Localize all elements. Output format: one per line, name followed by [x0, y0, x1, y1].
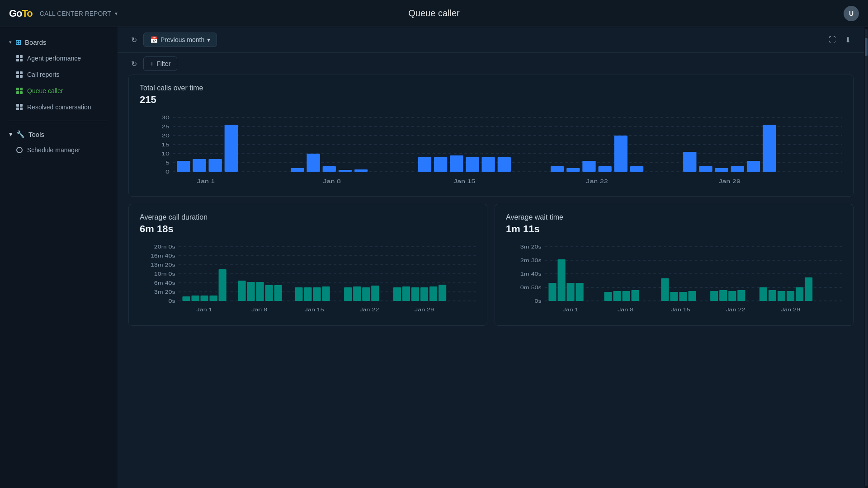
svg-text:Jan 29: Jan 29 — [781, 307, 800, 312]
boards-label: Boards — [25, 38, 47, 46]
expand-button[interactable]: ⛶ — [826, 33, 839, 47]
total-calls-chart-card: Total calls over time 215 30 25 — [128, 75, 854, 197]
sidebar-label-agent-performance: Agent performance — [27, 55, 81, 62]
svg-rect-67 — [256, 282, 264, 301]
refresh-button[interactable]: ↻ — [128, 33, 140, 47]
avg-call-duration-title: Average call duration — [140, 213, 476, 221]
svg-text:1m 40s: 1m 40s — [520, 272, 542, 277]
total-calls-chart: 30 25 20 15 10 5 0 — [140, 113, 842, 187]
circle-icon — [16, 147, 23, 153]
sidebar-item-queue-caller[interactable]: Queue caller — [0, 83, 118, 99]
svg-rect-61 — [191, 296, 199, 301]
svg-rect-20 — [323, 166, 336, 172]
svg-rect-30 — [566, 168, 580, 172]
avatar[interactable]: U — [844, 6, 859, 21]
svg-rect-101 — [566, 283, 574, 301]
svg-rect-103 — [604, 292, 612, 301]
svg-rect-119 — [796, 287, 803, 301]
svg-rect-37 — [715, 168, 728, 172]
svg-text:Jan 29: Jan 29 — [719, 178, 741, 184]
svg-text:Jan 15: Jan 15 — [305, 307, 324, 312]
toolbar-row2: ↻ + Filter — [118, 53, 864, 75]
svg-rect-115 — [760, 287, 767, 301]
svg-rect-106 — [632, 290, 639, 301]
date-chevron-icon: ▾ — [207, 36, 210, 43]
svg-rect-107 — [661, 278, 669, 301]
boards-section-header[interactable]: ▾ ⊞ Boards — [0, 34, 118, 50]
svg-rect-71 — [304, 287, 311, 301]
svg-rect-100 — [557, 259, 565, 301]
svg-rect-31 — [582, 161, 595, 172]
wrench-icon: 🔧 — [16, 130, 25, 138]
svg-text:Jan 22: Jan 22 — [359, 307, 379, 312]
svg-rect-60 — [182, 296, 190, 301]
svg-text:Jan 15: Jan 15 — [671, 307, 690, 312]
svg-rect-105 — [623, 291, 630, 301]
avg-wait-time-title: Average wait time — [506, 213, 842, 221]
svg-text:Jan 15: Jan 15 — [453, 178, 476, 184]
svg-rect-118 — [787, 291, 794, 301]
charts-bottom-row: Average call duration 6m 18s — [128, 204, 854, 326]
avg-wait-time-value: 1m 11s — [506, 223, 842, 235]
svg-rect-79 — [402, 286, 410, 301]
svg-rect-28 — [498, 157, 511, 172]
tools-chevron-icon: ▾ — [9, 130, 13, 138]
date-filter-button[interactable]: 📅 Previous month ▾ — [143, 33, 217, 47]
account-name: CALL CENTER REPORT — [40, 10, 111, 17]
svg-rect-108 — [670, 292, 678, 301]
scrollbar-thumb[interactable] — [865, 38, 868, 56]
svg-rect-40 — [763, 125, 776, 172]
logo: GoTo — [9, 8, 33, 19]
svg-rect-33 — [614, 136, 627, 172]
tools-section-header[interactable]: ▾ 🔧 Tools — [0, 127, 118, 142]
svg-rect-18 — [291, 168, 304, 172]
sidebar-item-call-reports[interactable]: Call reports — [0, 66, 118, 83]
svg-rect-114 — [737, 290, 745, 301]
svg-rect-82 — [429, 286, 437, 301]
svg-rect-16 — [208, 159, 222, 172]
svg-rect-23 — [418, 157, 431, 172]
svg-rect-38 — [731, 166, 744, 172]
boards-grid-icon: ⊞ — [15, 38, 21, 47]
svg-rect-27 — [481, 157, 495, 172]
sidebar-item-agent-performance[interactable]: Agent performance — [0, 50, 118, 66]
sidebar-item-schedule-manager[interactable]: Schedule manager — [0, 142, 118, 158]
sidebar-label-resolved-conversation: Resolved conversation — [27, 103, 91, 111]
svg-rect-76 — [362, 287, 370, 301]
svg-rect-99 — [548, 283, 556, 301]
svg-text:0: 0 — [165, 169, 170, 174]
right-scrollbar — [864, 27, 868, 488]
svg-rect-80 — [411, 287, 419, 301]
svg-text:Jan 22: Jan 22 — [586, 178, 608, 184]
refresh-button-2[interactable]: ↻ — [128, 57, 140, 71]
svg-rect-22 — [354, 169, 368, 172]
svg-rect-68 — [265, 285, 273, 301]
sidebar-item-resolved-conversation[interactable]: Resolved conversation — [0, 99, 118, 115]
grid-icon — [16, 104, 23, 110]
svg-rect-120 — [805, 277, 812, 301]
plus-icon: + — [150, 60, 154, 67]
svg-rect-63 — [210, 296, 217, 301]
sidebar-label-schedule-manager: Schedule manager — [27, 146, 80, 154]
svg-rect-64 — [219, 269, 226, 301]
svg-text:Jan 1: Jan 1 — [197, 307, 212, 312]
svg-rect-19 — [307, 154, 320, 172]
tools-label: Tools — [28, 131, 44, 138]
topbar: GoTo CALL CENTER REPORT ▾ Queue caller U — [0, 0, 868, 27]
svg-rect-102 — [576, 283, 584, 301]
svg-text:20: 20 — [161, 133, 170, 138]
filter-button[interactable]: + Filter — [143, 56, 177, 71]
download-button[interactable]: ⬇ — [842, 33, 854, 47]
calendar-icon: 📅 — [150, 36, 158, 43]
svg-rect-81 — [420, 287, 428, 301]
svg-rect-25 — [450, 155, 463, 172]
svg-text:15: 15 — [161, 142, 170, 147]
sidebar-label-call-reports: Call reports — [27, 71, 60, 78]
scrollbar-track[interactable] — [865, 29, 868, 486]
avg-call-duration-chart: 20m 0s 16m 40s 13m 20s 10m 0s 6m 40s 3m … — [140, 242, 476, 316]
svg-text:3m 20s: 3m 20s — [520, 244, 542, 249]
total-calls-value: 215 — [140, 94, 842, 106]
account-chevron-icon[interactable]: ▾ — [115, 10, 118, 17]
svg-rect-75 — [353, 286, 361, 301]
svg-text:10: 10 — [161, 151, 170, 156]
